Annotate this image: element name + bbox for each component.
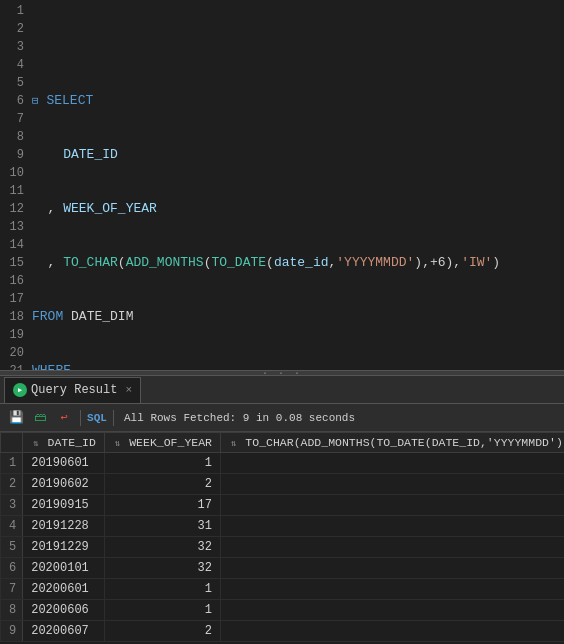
row-num-cell: 7 (1, 579, 23, 600)
col-week-of-year[interactable]: ⇅ WEEK_OF_YEAR (104, 433, 220, 453)
cell-week-of-year: 1 (104, 579, 220, 600)
code-line-6: FROM DATE_DIM (32, 308, 564, 326)
run-icon (13, 383, 27, 397)
sort-icon-2: ⇅ (115, 439, 120, 449)
table-row: 5 20191229 32 27 (1, 537, 565, 558)
cell-date-id: 20191229 (23, 537, 105, 558)
cell-week-of-year: 2 (104, 474, 220, 495)
save-button[interactable]: 💾 (6, 408, 26, 428)
rollback-button[interactable]: ↩ (54, 408, 74, 428)
cell-week-of-year: 32 (104, 558, 220, 579)
cell-date-id: 20200601 (23, 579, 105, 600)
cell-iw: 50 (221, 621, 565, 642)
cell-date-id: 20191228 (23, 516, 105, 537)
cell-date-id: 20200607 (23, 621, 105, 642)
cell-iw: 27 (221, 537, 565, 558)
cell-iw: 26 (221, 516, 565, 537)
row-num-cell: 9 (1, 621, 23, 642)
table-row: 6 20200101 32 27 (1, 558, 565, 579)
col-date-id-label: DATE_ID (48, 436, 96, 449)
table-row: 7 20200601 1 49 (1, 579, 565, 600)
cell-week-of-year: 1 (104, 453, 220, 474)
col-week-of-year-label: WEEK_OF_YEAR (129, 436, 212, 449)
table-row: 4 20191228 31 26 (1, 516, 565, 537)
col-iw[interactable]: ⇅ TO_CHAR(ADD_MONTHS(TO_DATE(DATE_ID,'YY… (221, 433, 565, 453)
result-panel: Query Result × 💾 🗃 ↩ SQL All Rows Fetche… (0, 376, 564, 644)
code-line-3: DATE_ID (32, 146, 564, 164)
cell-date-id: 20200606 (23, 600, 105, 621)
code-content[interactable]: ⊟ SELECT DATE_ID , WEEK_OF_YEAR , TO_CHA… (32, 0, 564, 370)
cell-week-of-year: 32 (104, 537, 220, 558)
table-row: 8 20200606 1 49 (1, 600, 565, 621)
row-num-header (1, 433, 23, 453)
query-result-tab[interactable]: Query Result × (4, 377, 141, 403)
tab-close-button[interactable]: × (125, 384, 132, 396)
code-line-2: ⊟ SELECT (32, 92, 564, 110)
row-num-cell: 5 (1, 537, 23, 558)
row-num-cell: 6 (1, 558, 23, 579)
table-row: 9 20200607 2 50 (1, 621, 565, 642)
table-row: 1 20190601 1 48 (1, 453, 565, 474)
cell-iw: 27 (221, 558, 565, 579)
cell-week-of-year: 17 (104, 495, 220, 516)
sort-icon-3: ⇅ (231, 439, 236, 449)
commit-button[interactable]: 🗃 (30, 408, 50, 428)
col-date-id[interactable]: ⇅ DATE_ID (23, 433, 105, 453)
sql-button[interactable]: SQL (87, 408, 107, 428)
table-row: 2 20190602 2 49 (1, 474, 565, 495)
cell-week-of-year: 31 (104, 516, 220, 537)
tab-label: Query Result (31, 383, 117, 397)
sort-icon: ⇅ (33, 439, 38, 449)
toolbar-separator (80, 410, 81, 426)
status-text: All Rows Fetched: 9 in 0.08 seconds (124, 412, 355, 424)
cell-iw: 48 (221, 453, 565, 474)
code-line-5: , TO_CHAR(ADD_MONTHS(TO_DATE(date_id,'YY… (32, 254, 564, 272)
table-header-row: ⇅ DATE_ID ⇅ WEEK_OF_YEAR ⇅ TO_CHAR(ADD_M… (1, 433, 565, 453)
line-numbers: 1 2 3 4 5 6 7 8 9 10 11 12 13 14 15 16 1… (0, 0, 28, 370)
code-line-7: WHERE (32, 362, 564, 370)
cell-iw: 11 (221, 495, 565, 516)
cell-week-of-year: 1 (104, 600, 220, 621)
col-iw-label: TO_CHAR(ADD_MONTHS(TO_DATE(DATE_ID,'YYYY… (245, 436, 564, 449)
cell-iw: 49 (221, 474, 565, 495)
row-num-cell: 8 (1, 600, 23, 621)
cell-iw: 49 (221, 579, 565, 600)
row-num-cell: 4 (1, 516, 23, 537)
cell-date-id: 20190602 (23, 474, 105, 495)
cell-iw: 49 (221, 600, 565, 621)
cell-date-id: 20190601 (23, 453, 105, 474)
code-line-1 (32, 38, 564, 56)
row-num-cell: 2 (1, 474, 23, 495)
cell-date-id: 20190915 (23, 495, 105, 516)
cell-week-of-year: 2 (104, 621, 220, 642)
row-num-cell: 1 (1, 453, 23, 474)
tab-bar: Query Result × (0, 376, 564, 404)
result-toolbar: 💾 🗃 ↩ SQL All Rows Fetched: 9 in 0.08 se… (0, 404, 564, 432)
row-num-cell: 3 (1, 495, 23, 516)
editor-area[interactable]: 1 2 3 4 5 6 7 8 9 10 11 12 13 14 15 16 1… (0, 0, 564, 370)
result-table-container[interactable]: ⇅ DATE_ID ⇅ WEEK_OF_YEAR ⇅ TO_CHAR(ADD_M… (0, 432, 564, 644)
result-table: ⇅ DATE_ID ⇅ WEEK_OF_YEAR ⇅ TO_CHAR(ADD_M… (0, 432, 564, 642)
table-row: 3 20190915 17 11 (1, 495, 565, 516)
cell-date-id: 20200101 (23, 558, 105, 579)
code-line-4: , WEEK_OF_YEAR (32, 200, 564, 218)
toolbar-separator-2 (113, 410, 114, 426)
